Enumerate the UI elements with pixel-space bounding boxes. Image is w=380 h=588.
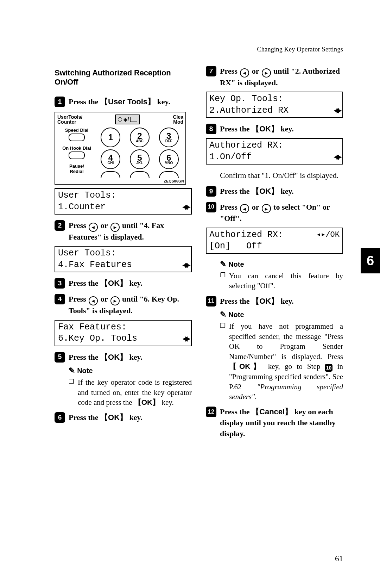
ok-key: OK (252, 297, 279, 305)
ok-key: OK (100, 413, 127, 422)
note-step5: If the key operator code is registered a… (55, 377, 192, 407)
keypad-4: 4GHI (101, 149, 120, 169)
step-9: 9 Press the OK key. (206, 186, 343, 197)
step-4: 4 Press ◂ or ▸ until "6. Key Op. Tools" … (55, 294, 192, 316)
keypad-8 (130, 171, 150, 178)
lcd-step2: User Tools: 4.Fax Features◀▶ (55, 246, 192, 272)
right-arrow-icon: ▸ (262, 68, 271, 78)
keypad-9 (159, 171, 179, 178)
left-arrow-icon: ◂ (240, 68, 249, 78)
note-heading: Note (206, 310, 343, 319)
ok-key: OK (100, 353, 127, 361)
chapter-tab: 6 (361, 248, 380, 273)
right-arrow-icon: ▸ (262, 204, 271, 213)
step-6: 6 Press the OK key. (55, 412, 192, 423)
running-header: Changing Key Operator Settings (55, 46, 343, 55)
note-heading: Note (206, 260, 343, 269)
left-right-arrow-icon: ◀▶ (183, 335, 188, 343)
keypad-2: 2ABC (130, 128, 150, 147)
note-heading: Note (55, 366, 192, 375)
pause-redial-label: Pause/ Redial (57, 163, 96, 174)
ok-key: OK (134, 398, 160, 406)
left-right-arrow-icon: ◀▶ (183, 203, 188, 211)
left-arrow-icon: ◂ (89, 296, 98, 305)
lcd-step7: Key Op. Tools: 2.Authorized RX◀▶ (206, 92, 343, 118)
left-arrow-icon: ◂ (89, 223, 98, 232)
ok-key: OK (252, 187, 279, 196)
left-column: Switching Authorized Reception On/Off 1 … (55, 66, 192, 443)
on-hook-dial-button (69, 151, 85, 159)
right-column: 7 Press ◂ or ▸ until "2. Authorized RX" … (206, 66, 343, 443)
keypad-diagram: UserTools/ Counter ◈/ Clea Mod Speed Dia… (55, 112, 186, 185)
clea-label: Clea (173, 114, 183, 120)
left-arrow-icon: ◂ (240, 204, 249, 213)
section-heading: Switching Authorized Reception On/Off (55, 66, 192, 87)
speed-dial-label: Speed Dial (65, 128, 88, 133)
step-10: 10 Press ◂ or ▸ to select "On" or "Off". (206, 202, 343, 224)
mod-label: Mod (173, 119, 183, 125)
ok-key: OK (100, 279, 127, 287)
step-12: 12 Press the Cancel key on each display … (206, 407, 343, 439)
arrow-ok-indicator: ◂▸/OK (316, 230, 340, 240)
on-hook-dial-label: On Hook Dial (62, 146, 91, 151)
display-bar: ◈/ (115, 114, 140, 124)
step-10-ref-icon: 10 (325, 364, 332, 372)
lcd-step1: User Tools: 1.Counter◀▶ (55, 188, 192, 215)
ok-key: OK (252, 124, 279, 133)
step-5: 5 Press the OK key. (55, 352, 192, 363)
note-step10: You can cancel this feature by selecting… (206, 271, 343, 291)
left-right-arrow-icon: ◀▶ (183, 261, 188, 269)
ok-key: OK (229, 362, 263, 370)
diagram-code: ZEQS06GN (55, 179, 185, 184)
lcd-step4: Fax Features: 6.Key Op. Tools◀▶ (55, 320, 192, 346)
right-arrow-icon: ▸ (110, 223, 120, 232)
left-right-arrow-icon: ◀▶ (334, 153, 340, 161)
user-tools-key: User Tools (100, 97, 155, 106)
step-8: 8 Press the OK key. (206, 124, 343, 135)
keypad-6: 6MNO (159, 149, 179, 169)
keypad-5: 5JKL (130, 149, 150, 169)
right-arrow-icon: ▸ (110, 296, 120, 305)
usertools-counter-label: UserTools/ Counter (57, 114, 82, 125)
step-11: 11 Press the OK key. (206, 296, 343, 307)
speed-dial-button (69, 134, 85, 141)
note-step11: If you have not programmed a specified s… (206, 321, 343, 402)
keypad-7 (101, 171, 120, 178)
step-2: 2 Press ◂ or ▸ until "4. Fax Features" i… (55, 220, 192, 242)
step-1: 1 Press the User Tools key. (55, 97, 192, 107)
step-3: 3 Press the OK key. (55, 278, 192, 289)
left-right-arrow-icon: ◀▶ (334, 106, 340, 114)
keypad-3: 3DEF (159, 128, 179, 147)
page-number: 61 (335, 554, 343, 563)
keypad-1: 1 (101, 128, 120, 147)
confirm-text: Confirm that "1. On/Off" is displayed. (206, 170, 343, 181)
step-7: 7 Press ◂ or ▸ until "2. Authorized RX" … (206, 66, 343, 88)
lcd-step10: Authorized RX:◂▸/OK [On] Off (206, 228, 343, 254)
cancel-key: Cancel (252, 407, 292, 416)
lcd-step8: Authorized RX: 1.On/Off◀▶ (206, 138, 343, 165)
